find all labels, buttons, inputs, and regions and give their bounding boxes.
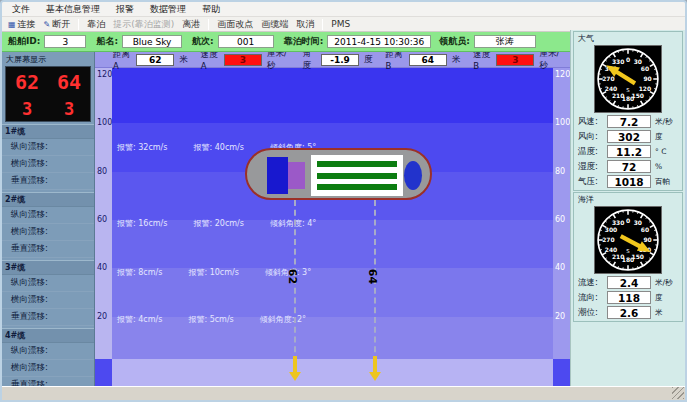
alarm-speed-a: 报警: 16cm/s (117, 218, 167, 229)
departure-button[interactable]: 离港 (182, 18, 200, 31)
svg-text:270: 270 (602, 75, 614, 82)
menu-alarm[interactable]: 报警 (116, 3, 134, 16)
pressure-row: 气压: 1018 百帕 (576, 175, 680, 188)
cancel-button[interactable]: 取消 (296, 18, 314, 31)
ship-top-view[interactable] (245, 148, 432, 200)
pms-button[interactable]: PMS (331, 19, 350, 29)
weather-title: 大气 (578, 33, 680, 44)
ship-name-input[interactable]: Blue Sky (122, 35, 182, 48)
speed-b-value: 3 (496, 54, 534, 66)
tick-label: 60 (555, 215, 565, 224)
svg-text:120: 120 (639, 85, 651, 92)
cable-1-vertical-drift: 垂直漂移: (2, 173, 94, 190)
distance-a-label: 距离A (113, 52, 131, 71)
bollard-arrow-b (369, 356, 381, 381)
menu-help[interactable]: 帮助 (202, 3, 220, 16)
voyage-input[interactable]: 001 (218, 35, 274, 48)
current-speed-value: 2.4 (607, 276, 651, 289)
alarm-speed-b: 报警: 20cm/s (193, 218, 243, 229)
menu-basic-info[interactable]: 基本信息管理 (46, 3, 100, 16)
wind-direction-unit: 度 (651, 132, 663, 142)
cargo-stripe (317, 161, 397, 167)
svg-text:60: 60 (641, 226, 649, 233)
berth-time-input[interactable]: 2011-4-15 10:30:36 (327, 35, 431, 48)
current-direction-row: 流向: 118 度 (576, 291, 680, 304)
berthing-monitor-hint-button: 提示(靠泊监测) (113, 18, 174, 31)
app-window: 文件 基本信息管理 报警 数据管理 帮助 ▦ 连接 ✎ 断开 靠泊 提示(靠泊监… (0, 0, 687, 402)
temperature-unit: ° C (651, 147, 666, 156)
tick-label: 20 (97, 312, 107, 321)
wind-speed-row: 风速: 7.2 米/秒 (576, 115, 680, 128)
screen-point-button[interactable]: 画面改点 (217, 18, 253, 31)
alarm-tilt-angle: 倾斜角度: 2° (260, 314, 306, 325)
berthing-button[interactable]: 靠泊 (87, 18, 105, 31)
tick-label: 80 (97, 167, 107, 176)
resize-grip[interactable] (672, 387, 684, 399)
ship-id-label: 船舶ID: (8, 35, 40, 48)
angle-value: -1.9 (321, 54, 359, 66)
speed-a-value: 3 (224, 54, 262, 66)
wind-speed-label: 风速: (576, 116, 607, 128)
svg-text:60: 60 (641, 65, 649, 72)
wind-compass: 0306090120150180210240270300330S (594, 45, 662, 113)
alarm-speed-a: 报警: 8cm/s (117, 267, 162, 278)
alarm-thresholds-row-4: 报警: 4cm/s 报警: 5cm/s 倾斜角度: 2° (117, 314, 306, 325)
toolbar-separator (208, 19, 209, 30)
connect-button[interactable]: ▦ 连接 (8, 18, 36, 31)
alarm-speed-b: 报警: 10cm/s (188, 267, 238, 278)
disconnect-button[interactable]: ✎ 断开 (44, 18, 71, 31)
svg-text:0: 0 (626, 217, 630, 224)
distance-b-label: 距离B (386, 52, 404, 71)
cable-group-2-header[interactable]: 2#缆 (2, 192, 94, 207)
pilot-label: 领航员: (439, 35, 470, 48)
humidity-label: 湿度: (576, 161, 607, 173)
tide-level-unit: 米 (651, 308, 663, 318)
current-direction-label: 流向: (576, 292, 607, 304)
connect-icon: ▦ (8, 20, 16, 29)
distance-a-line-label: 62 (286, 269, 299, 284)
cable-group-3-header[interactable]: 3#缆 (2, 260, 94, 275)
angle-label: 角度 (302, 52, 316, 72)
humidity-value: 72 (607, 160, 651, 173)
tick-label: 120 (97, 70, 112, 79)
menu-bar: 文件 基本信息管理 报警 数据管理 帮助 (2, 2, 685, 16)
bollard-arrow-a (289, 356, 301, 381)
svg-text:210: 210 (612, 92, 624, 99)
cable-2-lateral-drift: 横向漂移: (2, 224, 94, 241)
cable-group-1-header[interactable]: 1#缆 (2, 124, 94, 139)
cable-1-longitudinal-drift: 纵向漂移: (2, 139, 94, 156)
cable-4-lateral-drift: 横向漂移: (2, 360, 94, 377)
svg-text:0: 0 (626, 56, 630, 63)
menu-data[interactable]: 数据管理 (150, 3, 186, 16)
big-display-title: 大屏幕显示 (2, 52, 94, 66)
environment-panel: 大气 0306090120150180210240270300330S 风速: … (570, 30, 685, 386)
speed-a-unit: 厘米/秒 (267, 52, 290, 72)
alarm-speed-a: 报警: 4cm/s (117, 314, 162, 325)
speed-a-label: 速度A (201, 52, 219, 71)
cargo-stripe (317, 173, 397, 179)
tick-label: 100 (97, 118, 112, 127)
svg-text:S: S (626, 248, 630, 254)
tide-level-row: 潮位: 2.6 米 (576, 306, 680, 319)
current-speed-unit: 米/秒 (651, 278, 673, 288)
menu-file[interactable]: 文件 (12, 3, 30, 16)
ship-info-bar: 船舶ID: 3 船名: Blue Sky 航次: 001 靠泊时间: 2011-… (2, 32, 570, 52)
ship-cargo-hold (311, 155, 403, 196)
svg-text:210: 210 (612, 253, 624, 260)
svg-text:330: 330 (612, 219, 624, 226)
depth-band (112, 68, 553, 123)
ship-superstructure-block (288, 162, 305, 189)
pilot-input[interactable]: 张涛 (474, 35, 536, 48)
tick-label: 40 (97, 263, 107, 272)
speed-b-unit: 厘米/秒 (539, 52, 562, 72)
ship-id-input[interactable]: 3 (44, 35, 86, 48)
ship-name-label: 船名: (96, 35, 118, 48)
cable-1-lateral-drift: 横向漂移: (2, 156, 94, 173)
cable-4-longitudinal-drift: 纵向漂移: (2, 343, 94, 360)
distance-b-line-label: 64 (366, 269, 379, 284)
berth-time-label: 靠泊时间: (284, 35, 324, 48)
cable-3-vertical-drift: 垂直漂移: (2, 309, 94, 326)
big-screen-display: 62 64 3 3 (5, 66, 91, 122)
cable-group-4-header[interactable]: 4#缆 (2, 328, 94, 343)
cable-end-button[interactable]: 画缆端 (261, 18, 288, 31)
